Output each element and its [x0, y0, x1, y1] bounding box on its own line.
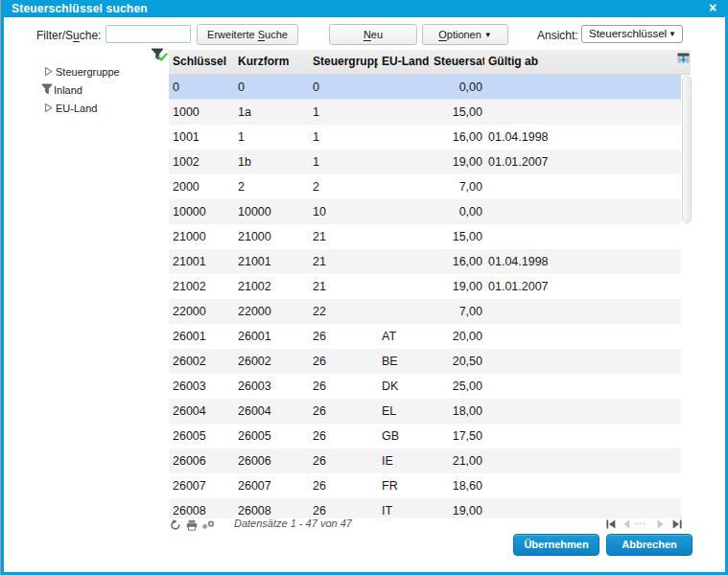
table-row[interactable]: 260062600626IE21,00 — [169, 448, 681, 473]
vertical-scrollbar-thumb[interactable] — [682, 76, 692, 223]
close-icon[interactable]: × — [706, 0, 719, 17]
column-header[interactable]: Gültig ab — [484, 50, 681, 74]
table-cell: 26003 — [169, 374, 234, 399]
table-cell: 26 — [309, 349, 378, 374]
column-header[interactable]: Schlüssel — [169, 50, 234, 74]
cancel-button[interactable]: Abbrechen — [606, 534, 693, 556]
chevron-right-icon[interactable] — [42, 102, 55, 114]
next-page-icon[interactable] — [656, 518, 665, 530]
table-cell: 26 — [309, 324, 378, 349]
titlebar[interactable]: Steuerschlüssel suchen × — [4, 0, 725, 17]
table-cell: 1002 — [169, 150, 234, 174]
table-cell — [484, 199, 681, 224]
table-row[interactable]: 10021b119,0001.01.2007 — [169, 150, 681, 174]
table-cell: 1 — [309, 100, 378, 125]
table-cell: 26007 — [169, 473, 234, 498]
refresh-icon[interactable] — [170, 519, 181, 531]
table-cell: 10 — [309, 199, 378, 224]
table-cell: 19,00 — [430, 150, 484, 174]
table-cell: 01.01.2007 — [484, 150, 681, 174]
page-ellipsis[interactable]: ... — [635, 515, 646, 526]
table-cell: 0 — [169, 75, 234, 100]
table-cell: 21000 — [234, 224, 309, 249]
label-accel: u — [73, 29, 80, 42]
table-cell: GB — [378, 424, 430, 448]
view-label: Ansicht: — [537, 26, 578, 46]
table-cell: 16,00 — [430, 125, 484, 150]
funnel-icon[interactable] — [41, 83, 53, 95]
label-part: Erweiterte — [207, 29, 258, 40]
table-row[interactable]: 21002210022119,0001.01.2007 — [169, 274, 681, 299]
table-cell: 25,00 — [430, 374, 484, 399]
funnel-check-icon[interactable] — [151, 48, 168, 63]
column-header[interactable]: Kurzform — [234, 50, 309, 74]
table-cell: 0 — [234, 75, 309, 100]
table-row[interactable]: 260012600126AT20,00 — [169, 324, 681, 349]
column-header[interactable]: Steuersatz — [430, 50, 484, 74]
table-cell: 26007 — [234, 473, 309, 498]
filter-search-input[interactable] — [106, 25, 191, 43]
column-config-icon[interactable] — [677, 52, 690, 64]
table-cell: 26008 — [169, 498, 234, 518]
dialog-title: Steuerschlüssel suchen — [12, 0, 148, 17]
table-cell: 21001 — [169, 249, 234, 274]
options-button[interactable]: Optionen▼ — [422, 24, 508, 45]
column-header[interactable]: EU-Land — [378, 50, 430, 74]
settings-icon[interactable] — [201, 519, 216, 531]
table-row[interactable]: 2000227,00 — [169, 174, 681, 199]
new-button[interactable]: Neu — [329, 24, 417, 45]
table-cell: DK — [378, 374, 430, 399]
tree-item-label[interactable]: Inland — [54, 82, 82, 99]
table-cell: 2 — [234, 174, 309, 199]
table-cell — [484, 374, 681, 399]
table-cell: 1b — [234, 150, 309, 174]
label-accel: S — [258, 29, 265, 40]
table-row[interactable]: 260042600426EL18,00 — [169, 399, 681, 424]
table-row[interactable]: 21001210012116,0001.04.1998 — [169, 249, 681, 274]
dropdown-arrow-icon: ▼ — [484, 31, 492, 39]
table-cell — [378, 224, 430, 249]
table-row[interactable]: 260052600526GB17,50 — [169, 424, 681, 448]
table-cell: 26 — [309, 473, 378, 498]
table-row[interactable]: 2200022000227,00 — [169, 299, 681, 324]
label-part: Filter/S — [36, 29, 73, 42]
table-row[interactable]: 260032600326DK25,00 — [169, 374, 681, 399]
column-header[interactable]: Steuergruppe — [309, 50, 378, 74]
table-row[interactable]: 21000210002115,00 — [169, 224, 681, 249]
advanced-search-button[interactable]: Erweiterte Suche — [197, 24, 298, 45]
table-cell — [484, 299, 681, 324]
view-select[interactable]: Steuerschlüssel ▼ — [581, 25, 683, 43]
table-cell — [484, 473, 681, 498]
table-cell: 26 — [309, 399, 378, 424]
apply-button[interactable]: Übernehmen — [513, 534, 599, 556]
label-accel: N — [364, 29, 371, 40]
table-row[interactable]: 260022600226BE20,50 — [169, 349, 681, 374]
label-accel: O — [438, 29, 447, 40]
records-count-text: Datensätze 1 - 47 von 47 — [234, 517, 352, 530]
print-icon[interactable] — [186, 519, 198, 531]
tree-item-label[interactable]: Steuergruppe — [56, 64, 120, 80]
table-cell: 10000 — [169, 199, 234, 224]
table-cell: 1 — [309, 150, 378, 174]
table-cell: 21 — [309, 224, 378, 249]
table-cell: 26008 — [234, 498, 309, 518]
label-part: che: — [80, 29, 102, 42]
previous-page-icon[interactable] — [622, 518, 631, 530]
table-body: 0000,0010001a115,0010011116,0001.04.1998… — [169, 75, 681, 518]
table-row[interactable]: 260072600726FR18,60 — [169, 473, 681, 498]
table-cell: 1001 — [169, 125, 234, 150]
tree-item-label[interactable]: EU-Land — [56, 101, 97, 117]
first-page-icon[interactable] — [605, 518, 617, 530]
table-row[interactable]: 10001a115,00 — [169, 100, 681, 125]
table-cell: 26006 — [234, 448, 309, 473]
chevron-right-icon[interactable] — [42, 65, 55, 78]
table-cell: 15,00 — [430, 224, 484, 249]
table-row[interactable]: 1000010000100,00 — [169, 199, 681, 224]
table-row[interactable]: 10011116,0001.04.1998 — [169, 125, 681, 150]
last-page-icon[interactable] — [671, 518, 683, 530]
table-cell: AT — [378, 324, 430, 349]
table-row[interactable]: 260082600826IT19,00 — [169, 498, 681, 518]
search-dialog: Steuerschlüssel suchen × Filter/Suche: E… — [1, 0, 728, 575]
table-row[interactable]: 0000,00 — [169, 75, 681, 100]
table-cell — [484, 100, 681, 125]
